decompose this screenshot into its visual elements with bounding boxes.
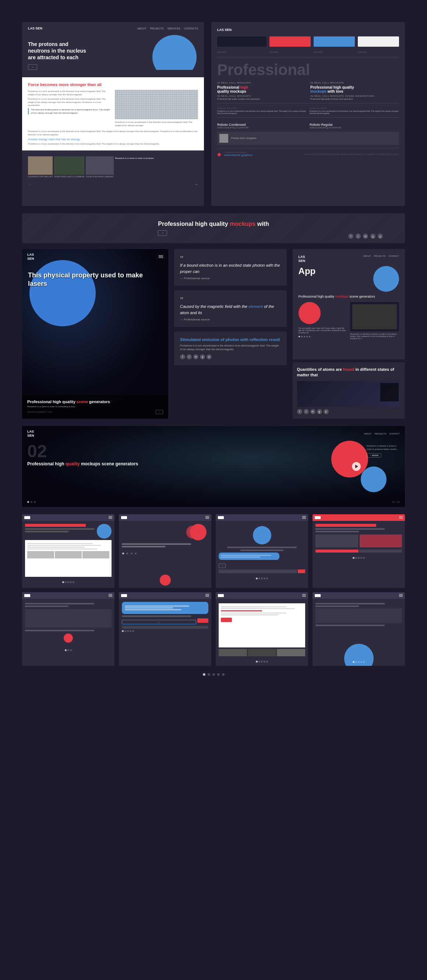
laser-body-text: Research is in done in order to motivati… <box>27 406 163 407</box>
laser-cta-btn[interactable]: → <box>156 410 163 414</box>
bottom-dot-4[interactable] <box>217 673 220 676</box>
mini-send-3[interactable] <box>298 570 305 573</box>
hamburger-8[interactable] <box>399 594 403 597</box>
pd-5-2 <box>67 649 69 651</box>
banner-arrow-btn[interactable]: → <box>158 230 167 236</box>
em-social-tw[interactable]: t <box>186 354 192 360</box>
mockup-right: LAS SEN #100 #101 #102 #103 #104 #105 #1… <box>211 22 405 206</box>
nav-services[interactable]: SERVICES <box>167 27 180 30</box>
play-button[interactable] <box>352 462 361 471</box>
em-social-fb[interactable]: f <box>180 354 185 360</box>
mini-input-3[interactable] <box>219 570 297 573</box>
bottom-dot-1[interactable] <box>203 673 206 676</box>
pd-4-4 <box>360 557 362 559</box>
app-nav-3[interactable]: CONTACT <box>388 255 399 263</box>
style-heading-1: Professional highquality mockups <box>217 85 306 94</box>
nav-projects[interactable]: PROJECTS <box>150 27 163 30</box>
col-left-content: Protoforce is in turn accelerated in the… <box>28 90 111 127</box>
pd-8-5 <box>363 661 365 663</box>
v-nav-1[interactable]: ABOUT <box>364 433 372 435</box>
two-col-content: Protoforce is in turn accelerated in the… <box>28 90 198 127</box>
pd-8-3 <box>358 661 360 663</box>
social-in[interactable]: in <box>363 234 368 239</box>
nav-about[interactable]: ABOUT <box>137 27 146 30</box>
bottom-dot-2[interactable] <box>208 673 210 676</box>
emission-social: f t in g p <box>180 354 280 360</box>
social-pi[interactable]: p <box>378 234 383 239</box>
app-desc: Professional high quality mockups scene … <box>298 295 399 298</box>
quote-column: " If a bound electron is in an excited s… <box>174 249 287 418</box>
research-text: Research is in done in order to produce <box>115 157 198 159</box>
font-name-1: Roboto Condensed <box>217 123 307 127</box>
mini-btn-6b[interactable] <box>197 618 208 623</box>
mini-line-2 <box>25 531 69 532</box>
mg7-btn[interactable] <box>221 618 232 622</box>
body-text-3: Protoforce is in turn accelerated in the… <box>115 121 198 127</box>
atoms-social-tw[interactable]: t <box>304 409 309 414</box>
em-social-gp[interactable]: g <box>200 354 205 360</box>
laser-hamburger[interactable] <box>159 255 163 258</box>
mini-img-1a <box>27 551 54 558</box>
atoms-social-gp[interactable]: g <box>317 409 322 414</box>
atoms-social-pi[interactable]: p <box>323 409 329 414</box>
em-social-in[interactable]: in <box>193 354 198 360</box>
hamburger-2[interactable] <box>206 516 209 519</box>
mini-chat-input-6[interactable] <box>122 626 208 629</box>
atoms-social-fb[interactable]: f <box>297 409 302 414</box>
app-nav-2[interactable]: PROJECTS <box>374 255 386 263</box>
hamburger-4[interactable] <box>399 516 403 519</box>
nav-contact[interactable]: CONTACTS <box>184 27 198 30</box>
em-social-pi[interactable]: p <box>207 354 212 360</box>
video-more-btn[interactable]: → MORE <box>366 453 381 458</box>
play-btn-wrap[interactable] <box>352 462 361 471</box>
gallery-caption-2: HOW DOES HELLO CARBON <box>54 175 84 178</box>
hero-cta[interactable]: → <box>28 64 37 70</box>
v-nav-2[interactable]: PROJECTS <box>374 433 386 435</box>
app-main-col: I'm not really sure how old I was when I… <box>298 302 347 340</box>
mini-line-5b <box>25 606 69 607</box>
next-arrow[interactable]: → <box>194 182 198 186</box>
social-fb[interactable]: f <box>348 234 354 239</box>
social-tw[interactable]: t <box>355 234 361 239</box>
video-heading-highlight: quality <box>65 461 80 466</box>
v-nav-3[interactable]: CONTACT <box>389 433 400 435</box>
mini-btn-3[interactable]: → <box>219 563 226 568</box>
mini-cards-4 <box>315 535 402 547</box>
mini-line-5c <box>25 630 94 631</box>
atoms-social-in[interactable]: in <box>310 409 315 414</box>
laser-sub-highlight: scene <box>76 399 88 404</box>
h8-line-2 <box>399 595 403 596</box>
hamburger-line-3 <box>159 258 163 258</box>
quote-2-text: Caused by the magnetic field with the el… <box>180 304 280 316</box>
mini-line-3b <box>241 550 284 551</box>
mini-dots-8 <box>312 660 405 664</box>
app-nav-1[interactable]: ABOUT <box>363 255 371 263</box>
bottom-dot-5[interactable] <box>222 673 225 676</box>
hamburger-5[interactable] <box>108 594 112 597</box>
hamburger-3[interactable] <box>302 516 306 519</box>
pd-3-4 <box>264 578 265 579</box>
video-nav-links: ABOUT PROJECTS CONTACT <box>364 433 400 435</box>
video-heading-wrap: Professional high quality mockups scene … <box>22 461 405 466</box>
laser-sub-heading: Professional high quality scene generato… <box>27 399 163 404</box>
h-line-1 <box>108 516 112 517</box>
bb6-line-3 <box>125 609 181 610</box>
col-right-content: Protoforce is in turn accelerated in the… <box>115 90 198 127</box>
mini-line-1 <box>25 528 94 530</box>
wide-banner: Professional high quality mockups with →… <box>22 213 405 243</box>
social-gp[interactable]: g <box>370 234 376 239</box>
hamburger-7[interactable] <box>302 594 306 597</box>
bottom-dot-3[interactable] <box>212 673 215 676</box>
pd-2-4 <box>135 552 137 554</box>
dot-1 <box>298 336 300 337</box>
hamburger-1[interactable] <box>108 516 112 519</box>
swatch-red <box>269 37 311 47</box>
mockup-left: LAS SEN ABOUT PROJECTS SERVICES CONTACTS… <box>22 22 204 206</box>
mini-img-7c <box>277 649 305 656</box>
prev-arrow[interactable]: ← <box>28 182 32 186</box>
h4-line-3 <box>399 518 403 519</box>
mini-btn-6a[interactable]: → <box>122 620 196 624</box>
nav-bar-right: LAS SEN <box>217 28 399 32</box>
hamburger-6[interactable] <box>206 594 209 597</box>
h5-line-1 <box>108 594 112 595</box>
